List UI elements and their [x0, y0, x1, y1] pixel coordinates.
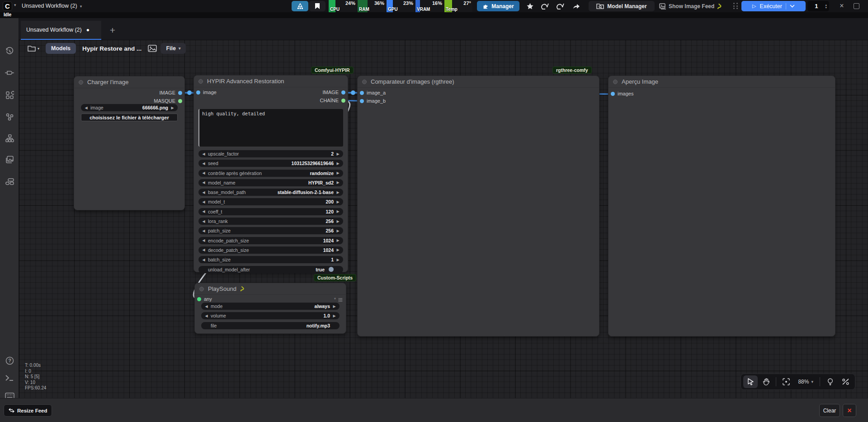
widget-decrement[interactable]: ◀ [202, 200, 206, 204]
show-image-feed-button[interactable]: Show Image Feed [659, 1, 723, 11]
widget-increment[interactable]: ▶ [336, 248, 340, 252]
widget-row[interactable]: ◀ model_t 200 ▶ [198, 198, 343, 205]
widget-decrement[interactable]: ◀ [202, 152, 206, 156]
stop-button[interactable] [854, 3, 859, 9]
model-manager-button[interactable]: Model Manager [589, 1, 655, 11]
prompt-textarea[interactable]: high quality, detailed [198, 109, 343, 147]
pan-tool-button[interactable] [759, 375, 773, 388]
widget-decrement[interactable]: ◀ [202, 258, 206, 262]
widget-decrement[interactable]: ◀ [202, 161, 206, 166]
workflow-folder-button[interactable]: ▾ [25, 43, 42, 53]
node-header[interactable]: Aperçu Image [609, 76, 835, 88]
tab-unsaved-workflow[interactable]: Unsaved Workflow (2) ● [21, 21, 101, 40]
toggle-links-button[interactable] [838, 375, 853, 388]
widget-increment[interactable]: ▶ [336, 161, 340, 166]
select-tool-button[interactable] [743, 375, 758, 388]
widget-row[interactable]: ◀ batch_size 1 ▶ [198, 256, 343, 263]
cleaner-alt-icon-button[interactable] [554, 1, 567, 11]
output-chaine[interactable]: CHAÎNE [320, 98, 345, 103]
resource-meter[interactable]: 36% RAM [358, 0, 386, 12]
gallery-icon[interactable] [0, 152, 19, 167]
share-button[interactable] [570, 1, 582, 11]
breadcrumb-models[interactable]: Models [46, 43, 76, 54]
slot-dot-images[interactable] [611, 92, 615, 96]
templates-icon[interactable] [0, 174, 19, 189]
widget-decrement[interactable]: ◀ [202, 180, 206, 185]
node-load-image[interactable]: Charger l'image IMAGE MASQUE ◀ image 666… [74, 76, 185, 210]
collapse-dot[interactable] [79, 80, 83, 85]
zoom-level-dropdown[interactable]: 88%▾ [794, 379, 817, 385]
slot-dot-image-a[interactable] [360, 91, 364, 95]
node-header[interactable]: PlaySound [195, 283, 346, 295]
output-mask[interactable]: MASQUE [154, 98, 182, 104]
breadcrumb-title[interactable]: Hypir Restore and ... [82, 45, 142, 52]
widget-decrement[interactable]: ◀ [202, 238, 206, 242]
bookmark-button[interactable] [309, 1, 326, 11]
resize-feed-button[interactable]: Resize Feed [4, 404, 52, 417]
slot-dot-image-b[interactable] [360, 99, 364, 103]
node-library-icon[interactable] [0, 87, 19, 103]
widget-row[interactable]: ◀ base_model_path stable-diffusion-2-1-b… [198, 189, 343, 196]
menu-chevron-icon[interactable]: ▾ [14, 3, 16, 7]
help-icon[interactable]: ? [0, 353, 19, 368]
fit-view-button[interactable] [779, 375, 793, 388]
toggle-theme-button[interactable] [823, 375, 837, 388]
favorites-button[interactable] [524, 1, 536, 11]
workflow-name-menu[interactable]: Unsaved Workflow (2)▾ [22, 3, 82, 9]
input-any[interactable]: any [197, 296, 212, 302]
properties-grid-icon[interactable] [339, 298, 342, 302]
execute-button[interactable]: ▷ Exécuter [741, 1, 806, 11]
batch-count-stepper[interactable]: 1 ▴▾ [807, 1, 829, 11]
widget-decrement[interactable]: ◀ [202, 171, 206, 175]
widget-increment[interactable]: ▶ [170, 106, 175, 110]
widget-increment[interactable]: ▶ [336, 200, 340, 204]
node-connection-icon[interactable] [0, 65, 19, 81]
widget-increment[interactable]: ▶ [332, 304, 336, 308]
widget-decrement[interactable]: ◀ [202, 209, 206, 213]
manager-button[interactable]: Manager [477, 1, 519, 11]
node-header[interactable]: Charger l'image [74, 76, 184, 88]
resource-meter[interactable]: 16% VRAM [415, 0, 443, 12]
widget-increment[interactable]: ▶ [336, 219, 340, 223]
thumbnail-icon-button[interactable] [148, 45, 157, 52]
choose-file-button[interactable]: choisissez le fichier à télécharger [81, 114, 178, 121]
widget-increment[interactable]: ▶ [336, 258, 340, 262]
input-image[interactable]: image [196, 90, 217, 95]
widget-increment[interactable]: ▶ [336, 180, 340, 185]
widget-row[interactable]: ◀ model_name HYPIR_sd2 ▶ [198, 179, 343, 186]
input-images[interactable]: images [611, 91, 633, 96]
node-header[interactable]: Comparateur d'images (rgthree) [358, 76, 599, 88]
collapse-dot[interactable] [198, 79, 203, 84]
interrupt-button[interactable]: × [837, 2, 846, 10]
input-image-b[interactable]: image_b [360, 98, 386, 104]
widget-increment[interactable]: ▶ [336, 152, 340, 156]
stepper-arrows[interactable]: ▴▾ [825, 4, 829, 9]
widget-decrement[interactable]: ◀ [202, 190, 206, 194]
slot-dot-any[interactable] [197, 297, 201, 301]
widget-increment[interactable]: ▶ [336, 209, 340, 213]
widget-row[interactable]: ◀ mode always ▶ [201, 303, 340, 310]
drag-handle[interactable] [733, 3, 739, 9]
collapse-dot[interactable] [613, 80, 618, 84]
resource-meter[interactable]: 23% GPU [387, 0, 415, 12]
collapse-dot[interactable] [199, 287, 204, 291]
widget-decrement[interactable]: ◀ [204, 304, 208, 308]
model-library-icon[interactable] [0, 109, 19, 124]
widget-decrement[interactable]: ◀ [204, 314, 208, 318]
widget-row[interactable]: ◀ encode_patch_size 1024 ▶ [198, 237, 343, 244]
output-image[interactable]: IMAGE [160, 90, 182, 95]
widget-row[interactable]: unload_model_after true [198, 266, 343, 273]
widget-row[interactable]: ◀ lora_rank 256 ▶ [198, 218, 343, 225]
terminal-icon[interactable] [0, 370, 19, 385]
resource-meter[interactable]: 27° Temp [444, 0, 472, 12]
widget-toggle-dot[interactable] [329, 267, 334, 272]
node-playsound[interactable]: PlaySound any * ◀ mode always ▶ [194, 283, 346, 334]
widget-row[interactable]: file notify.mp3 [201, 322, 340, 329]
widget-row[interactable]: ◀ volume 1.0 ▶ [201, 312, 340, 319]
cleaner-icon-button[interactable] [539, 1, 552, 11]
widget-row[interactable]: ◀ patch_size 256 ▶ [198, 227, 343, 234]
clear-feed-button[interactable]: Clear [819, 404, 840, 417]
workflows-button[interactable] [292, 1, 308, 11]
input-image-a[interactable]: image_a [360, 90, 386, 95]
widget-decrement[interactable]: ◀ [202, 229, 206, 233]
